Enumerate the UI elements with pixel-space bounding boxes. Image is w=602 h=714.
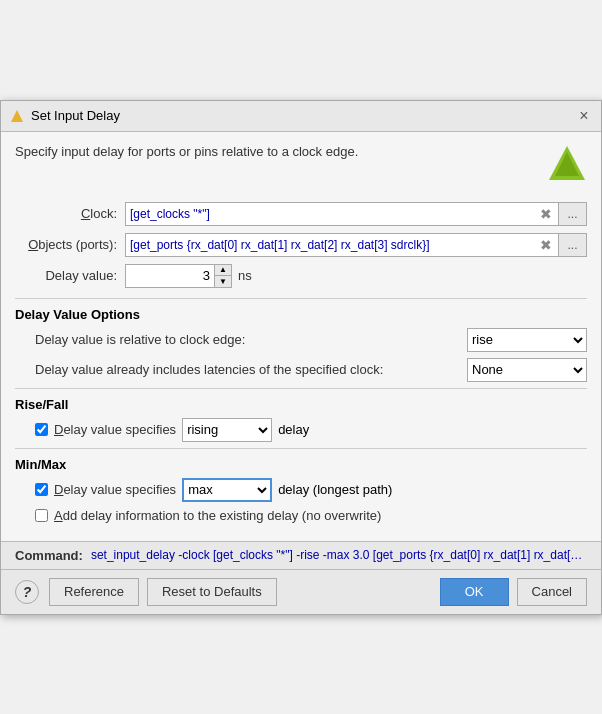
clock-browse-button[interactable]: ... [559, 202, 587, 226]
title-bar: Set Input Delay × [1, 101, 601, 132]
clock-clear-button[interactable]: ✖ [538, 206, 554, 222]
delay-decrement-button[interactable]: ▼ [215, 276, 231, 287]
clock-field-row: Clock: ✖ ... [15, 202, 587, 226]
divider-1 [15, 298, 587, 299]
objects-browse-button[interactable]: ... [559, 233, 587, 257]
reset-to-defaults-button[interactable]: Reset to Defaults [147, 578, 277, 606]
help-button[interactable]: ? [15, 580, 39, 604]
app-logo [547, 144, 587, 184]
min-max-checkbox-1[interactable] [35, 483, 48, 496]
reference-button[interactable]: Reference [49, 578, 139, 606]
clock-input[interactable] [130, 207, 538, 221]
ok-button[interactable]: OK [440, 578, 509, 606]
footer-row: ? Reference Reset to Defaults OK Cancel [1, 569, 601, 614]
delay-value-options-content: Delay value is relative to clock edge: r… [15, 328, 587, 382]
objects-label: Objects (ports): [15, 237, 125, 252]
relative-clock-edge-select[interactable]: rise fall none [467, 328, 587, 352]
add-delay-checkbox-label: Add delay information to the existing de… [54, 508, 381, 523]
command-label: Command: [15, 548, 83, 563]
footer-left: ? Reference Reset to Defaults [15, 578, 285, 606]
delay-num-box [125, 264, 215, 288]
intro-row: Specify input delay for ports or pins re… [15, 144, 587, 192]
min-max-header: Min/Max [15, 457, 587, 472]
latency-select[interactable]: None Source Network Both [467, 358, 587, 382]
latency-label: Delay value already includes latencies o… [35, 362, 467, 377]
logo-area [539, 144, 587, 192]
rise-fall-select[interactable]: rising falling [182, 418, 272, 442]
delay-unit: ns [238, 268, 252, 283]
rise-fall-trailing-text: delay [278, 422, 309, 437]
cancel-button[interactable]: Cancel [517, 578, 587, 606]
min-max-trailing-text: delay (longest path) [278, 482, 392, 497]
relative-clock-edge-row: Delay value is relative to clock edge: r… [35, 328, 587, 352]
dialog-set-input-delay: Set Input Delay × Specify input delay fo… [0, 100, 602, 615]
min-max-row-1: Delay value specifies max min min_max de… [35, 478, 587, 502]
add-delay-checkbox[interactable] [35, 509, 48, 522]
svg-marker-0 [11, 110, 23, 122]
clock-label: Clock: [15, 206, 125, 221]
latency-row: Delay value already includes latencies o… [35, 358, 587, 382]
min-max-select[interactable]: max min min_max [182, 478, 272, 502]
rise-fall-checkbox-label: Delay value specifies [54, 422, 176, 437]
rise-fall-content: Delay value specifies rising falling del… [15, 418, 587, 442]
rise-fall-checkbox[interactable] [35, 423, 48, 436]
title-bar-text: Set Input Delay [31, 108, 575, 123]
delay-spinner: ▲ ▼ [215, 264, 232, 288]
clock-input-wrap: ✖ [125, 202, 559, 226]
divider-3 [15, 448, 587, 449]
rise-fall-row: Delay value specifies rising falling del… [35, 418, 587, 442]
delay-input-wrap: ▲ ▼ ns [125, 264, 252, 288]
delay-value-input[interactable] [126, 268, 214, 283]
delay-value-row: Delay value: ▲ ▼ ns [15, 264, 587, 288]
command-value: set_input_delay -clock [get_clocks "*"] … [91, 548, 587, 562]
intro-text: Specify input delay for ports or pins re… [15, 144, 539, 159]
min-max-row-2: Add delay information to the existing de… [35, 508, 587, 523]
rise-fall-header: Rise/Fall [15, 397, 587, 412]
dialog-body: Specify input delay for ports or pins re… [1, 132, 601, 541]
objects-clear-button[interactable]: ✖ [538, 237, 554, 253]
delay-label: Delay value: [15, 268, 125, 283]
relative-clock-edge-label: Delay value is relative to clock edge: [35, 332, 467, 347]
min-max-checkbox-1-label: Delay value specifies [54, 482, 176, 497]
delay-value-options-header: Delay Value Options [15, 307, 587, 322]
footer-right: OK Cancel [285, 578, 587, 606]
objects-input-wrap: ✖ [125, 233, 559, 257]
close-button[interactable]: × [575, 107, 593, 125]
objects-input[interactable] [130, 238, 538, 252]
min-max-content: Delay value specifies max min min_max de… [15, 478, 587, 523]
divider-2 [15, 388, 587, 389]
delay-increment-button[interactable]: ▲ [215, 265, 231, 277]
objects-field-row: Objects (ports): ✖ ... [15, 233, 587, 257]
title-bar-icon [9, 108, 25, 124]
command-area: Command: set_input_delay -clock [get_clo… [1, 541, 601, 569]
